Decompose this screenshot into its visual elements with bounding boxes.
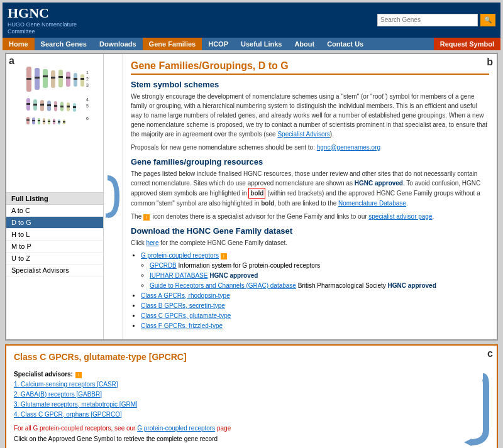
svg-text:6: 6 xyxy=(86,116,89,121)
stem-title: Stem symbol schemes xyxy=(131,80,489,89)
top-bar: HGNC HUGO Gene Nomenclature Committee 🔍 xyxy=(3,3,500,38)
svg-text:1: 1 xyxy=(86,70,89,75)
svg-rect-9 xyxy=(58,76,63,78)
sidebar-item-mtop[interactable]: M to P xyxy=(6,241,103,253)
svg-rect-7 xyxy=(51,77,55,79)
proposals-text: Proposals for new gene nomenclature sche… xyxy=(131,143,489,152)
download-title: Download the HGNC Gene Family dataset xyxy=(131,226,489,236)
nomenclature-db-link[interactable]: Nomenclature Database xyxy=(338,200,406,207)
icon-text: The i icon denotes there is a specialist… xyxy=(131,212,489,221)
svg-rect-11 xyxy=(66,77,70,79)
nav-gene-families[interactable]: Gene Families xyxy=(143,38,202,50)
specialist-advisors-link[interactable]: Specialist Advisors xyxy=(277,131,329,138)
svg-rect-23 xyxy=(47,104,51,106)
svg-rect-15 xyxy=(80,78,84,80)
sidebar-menu-header: Full Listing xyxy=(6,193,103,205)
panel-b: b Gene Families/Groupings, D to G Stem s… xyxy=(123,54,497,339)
svg-text:3: 3 xyxy=(86,83,89,87)
chromosome-svg: 1 2 3 4 5 6 xyxy=(17,60,92,186)
class-b-link[interactable]: Class B GPCRs, secretin-type xyxy=(141,302,225,309)
svg-rect-43 xyxy=(53,121,55,122)
section-b-title: Gene Families/Groupings, D to G xyxy=(131,60,489,75)
svg-rect-10 xyxy=(66,72,70,87)
panel-a: a xyxy=(6,54,104,339)
download-text: Click here for the complete HGNC Gene Fa… xyxy=(131,238,489,248)
gpcrco-link[interactable]: 4. Class C GPCR, orphans [GPCRCO] xyxy=(14,411,122,418)
svg-text:4: 4 xyxy=(86,97,89,102)
logo-subtitle: HUGO Gene Nomenclature Committee xyxy=(8,21,77,35)
svg-rect-45 xyxy=(58,121,60,123)
svg-rect-6 xyxy=(51,70,55,88)
sidebar-item-dtog[interactable]: D to G xyxy=(6,217,103,229)
sidebar-item-atoc[interactable]: A to C xyxy=(6,205,103,217)
gabbr-link[interactable]: 2. GABA(B) receptors [GABBR] xyxy=(14,391,102,398)
gpcr-note: For all G protein-coupled receptors, see… xyxy=(14,425,445,432)
nav-downloads[interactable]: Downloads xyxy=(93,38,143,50)
svg-rect-21 xyxy=(40,104,44,106)
svg-rect-33 xyxy=(26,119,30,121)
svg-text:5: 5 xyxy=(86,104,89,108)
svg-rect-2 xyxy=(35,68,40,90)
nav-search-genes[interactable]: Search Genes xyxy=(35,38,93,50)
sidebar-item-specialist[interactable]: Specialist Advisors xyxy=(6,265,103,276)
label-a: a xyxy=(9,55,14,67)
gpcr-link[interactable]: G protein-coupled receptors xyxy=(141,252,219,259)
svg-rect-1 xyxy=(26,78,31,80)
advisor-4: 4. Class C GPCR, orphans [GPCRCO] xyxy=(14,410,445,420)
svg-rect-4 xyxy=(43,69,48,88)
label-b: b xyxy=(487,57,493,68)
class-a-link[interactable]: Class A GPCRs, rhodopsin-type xyxy=(141,292,230,299)
approved-note: Click on the Approved Gene Symbol to ret… xyxy=(14,435,445,442)
casr-link[interactable]: 1. Calcium-sensing receptors [CASR] xyxy=(14,381,118,388)
arrow-ab xyxy=(104,54,123,339)
advisor-1: 1. Calcium-sensing receptors [CASR] xyxy=(14,380,445,390)
sidebar-menu: Full Listing A to C D to G H to L M to P… xyxy=(6,192,103,276)
sidebar-item-utoz[interactable]: U to Z xyxy=(6,253,103,265)
nav-bar: Home Search Genes Downloads Gene Familie… xyxy=(3,38,500,50)
svg-rect-5 xyxy=(43,75,48,77)
nav-request-symbol[interactable]: Request Symbol xyxy=(434,38,500,50)
svg-rect-41 xyxy=(48,121,50,122)
advisor-2: 2. GABA(B) receptors [GABBR] xyxy=(14,390,445,400)
hgnc-email-link[interactable]: hgnc@genenames.org xyxy=(317,144,380,151)
nav-home[interactable]: Home xyxy=(3,38,35,50)
nav-useful-links[interactable]: Useful Links xyxy=(235,38,288,50)
svg-rect-14 xyxy=(80,74,84,87)
arrow-ab-svg xyxy=(104,165,122,228)
svg-rect-27 xyxy=(60,106,64,107)
iuphar-link[interactable]: IUPHAR DATABASE xyxy=(150,272,207,279)
search-button[interactable]: 🔍 xyxy=(480,14,495,26)
class-f-link[interactable]: Class F GPCRs, frizzled-type xyxy=(141,322,223,329)
nav-hcop[interactable]: HCOP xyxy=(202,38,235,50)
label-c: c xyxy=(487,348,493,359)
search-input[interactable] xyxy=(377,14,478,26)
section-c-title: Class C GPCRs, glutamate-type [GPCRC] xyxy=(14,352,489,362)
svg-rect-31 xyxy=(73,106,76,108)
class-c-link[interactable]: Class C GPCRs, glutamate-type xyxy=(141,312,231,319)
gpcrdb-link[interactable]: GPCRDB xyxy=(150,262,177,269)
advisor-3: 3. Glutamate receptors, metabotropic [GR… xyxy=(14,400,445,410)
section-c-body: Specialist advisors:i 1. Calcium-sensing… xyxy=(14,367,489,448)
resources-title: Gene families/grouping resources xyxy=(131,157,489,167)
svg-rect-47 xyxy=(63,121,65,123)
specialist-advisor-page-link[interactable]: specialist advisor page xyxy=(368,213,432,220)
svg-rect-39 xyxy=(43,121,45,122)
sidebar-item-htol[interactable]: H to L xyxy=(6,229,103,241)
nav-about[interactable]: About xyxy=(288,38,321,50)
svg-rect-8 xyxy=(58,70,63,87)
arrow-bc-svg xyxy=(458,373,489,448)
nav-contact-us[interactable]: Contact Us xyxy=(321,38,370,50)
svg-rect-3 xyxy=(35,77,40,79)
svg-rect-13 xyxy=(74,78,77,80)
download-here-link[interactable]: here xyxy=(146,239,158,246)
panel-c: c Class C GPCRs, glutamate-type [GPCRC] … xyxy=(5,344,498,448)
stem-text: We strongly encourage the development of… xyxy=(131,92,489,139)
svg-rect-19 xyxy=(33,104,37,106)
arrow-bc xyxy=(458,367,489,448)
specialist-list: Specialist advisors:i 1. Calcium-sensing… xyxy=(14,369,445,420)
gpcr-all-link[interactable]: G protein-coupled receptors xyxy=(137,425,215,432)
grm-link[interactable]: 3. Glutamate receptors, metabotropic [GR… xyxy=(14,401,138,408)
chromosome-area: 1 2 3 4 5 6 xyxy=(6,54,103,192)
resources-text: The pages listed below include finalised… xyxy=(131,169,489,208)
grac-link[interactable]: Guide to Receptors and Channels (GRAC) d… xyxy=(150,282,296,289)
